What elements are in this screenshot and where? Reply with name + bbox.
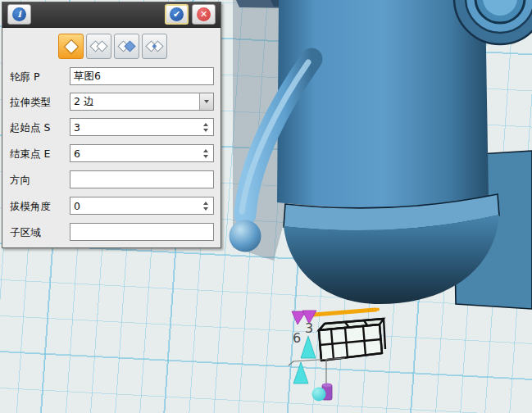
direction-row: 方向 — [2, 170, 222, 189]
close-button[interactable]: ✕ — [192, 4, 216, 25]
extrude-two-side-button[interactable] — [86, 34, 111, 59]
checkmark-icon: ✔ — [170, 7, 184, 21]
spinner-up-icon — [203, 149, 208, 152]
extrude-type-input[interactable] — [70, 93, 213, 110]
subregion-label: 子区域 — [10, 226, 41, 240]
profile-field — [70, 67, 214, 85]
start-offset-label: 3 — [305, 320, 313, 336]
handle-ball-end — [230, 220, 261, 252]
start-point-field — [70, 118, 214, 136]
extrude-preview-wireframe — [319, 319, 385, 361]
end-point-label: 结束点 E — [10, 148, 50, 161]
end-point-spinner[interactable] — [200, 145, 211, 161]
draft-angle-input[interactable] — [70, 197, 213, 214]
profile-row: 轮廓 P — [2, 67, 222, 86]
start-point-spinner[interactable] — [200, 119, 211, 135]
dialog-titlebar[interactable]: i ✔ ✕ — [2, 2, 221, 28]
extrude-mode-toolbar — [58, 34, 167, 59]
spinner-up-icon — [203, 202, 208, 205]
close-icon: ✕ — [197, 7, 211, 21]
selected-profile-line[interactable] — [314, 310, 375, 315]
extrude-total-button[interactable] — [142, 34, 167, 59]
subregion-input[interactable] — [70, 224, 213, 240]
extrude-two-side-diamond-icon — [89, 39, 109, 55]
end-point-field — [70, 144, 214, 162]
subregion-field — [70, 223, 214, 241]
draft-angle-row: 拔模角度 — [2, 197, 222, 216]
end-point-input[interactable] — [70, 145, 213, 161]
start-point-input[interactable] — [70, 119, 213, 135]
direction-input[interactable] — [70, 171, 213, 188]
extrude-type-label: 拉伸类型 — [10, 96, 51, 110]
spinner-up-icon — [203, 123, 208, 126]
spinner-down-icon — [203, 207, 208, 211]
extrude-symmetric-diamond-icon — [117, 39, 137, 55]
draft-angle-spinner[interactable] — [200, 197, 211, 214]
ok-button[interactable]: ✔ — [165, 4, 189, 25]
info-button[interactable]: i — [7, 4, 31, 25]
start-point-row: 起始点 S — [2, 118, 222, 137]
mug-body[interactable] — [277, 0, 489, 208]
spinner-down-icon — [203, 129, 208, 132]
extrude-type-dropdown-button[interactable] — [199, 93, 213, 110]
subregion-row: 子区域 — [2, 223, 222, 242]
end-point-row: 结束点 E — [2, 144, 222, 163]
drag-anchor-handle[interactable] — [312, 384, 333, 402]
extrude-one-side-button[interactable] — [58, 34, 84, 59]
extrude-symmetric-button[interactable] — [114, 34, 139, 59]
profile-label: 轮廓 P — [10, 70, 40, 84]
info-icon: i — [12, 7, 26, 21]
extrude-dialog: i ✔ ✕ — [2, 2, 221, 248]
direction-field — [70, 170, 214, 188]
draft-angle-label: 拔模角度 — [10, 200, 51, 214]
spinner-down-icon — [203, 155, 208, 158]
start-point-label: 起始点 S — [10, 121, 50, 135]
extrude-total-diamond-icon — [145, 39, 165, 55]
end-offset-label: 6 — [293, 330, 301, 346]
profile-input[interactable] — [70, 68, 213, 84]
draft-angle-field — [70, 197, 214, 215]
extrude-type-field — [70, 93, 214, 111]
direction-label: 方向 — [10, 174, 30, 188]
extrude-one-side-diamond-icon — [62, 38, 80, 56]
extrude-type-row: 拉伸类型 — [2, 93, 222, 111]
